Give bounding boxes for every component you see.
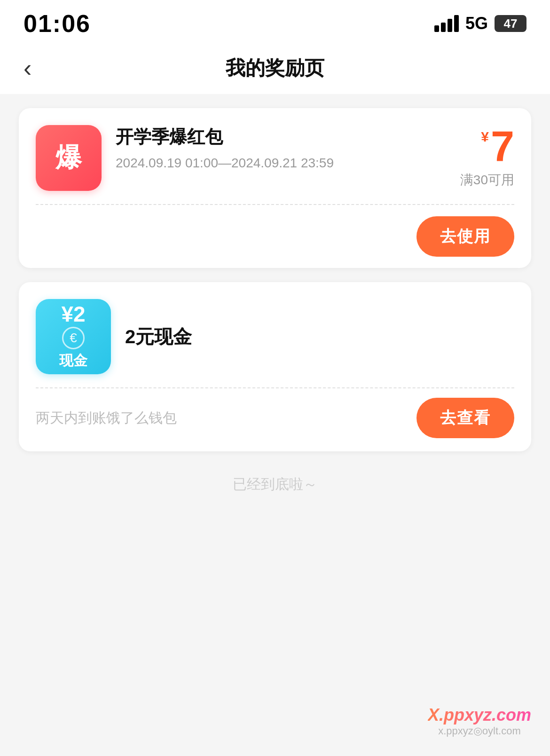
yuan-sign: ¥ — [481, 129, 489, 145]
amount-main: ¥ 7 — [460, 125, 514, 167]
amount-condition: 满30可用 — [460, 171, 514, 189]
watermark-sub: x.ppxyz◎oylt.com — [428, 725, 531, 737]
page-title: 我的奖励页 — [226, 55, 324, 81]
status-right: 5G 47 — [434, 14, 526, 33]
back-button[interactable]: ‹ — [24, 54, 31, 82]
end-of-list-text: 已经到底啦～ — [19, 465, 531, 513]
bao-label: 爆 — [55, 140, 82, 176]
signal-icon — [434, 15, 459, 32]
cash-circle-inner: € — [70, 331, 77, 346]
battery-level: 47 — [504, 16, 518, 31]
redpacket-title: 开学季爆红包 — [116, 125, 446, 149]
page-header: ‹ 我的奖励页 — [0, 42, 550, 94]
cash-card-bottom: 两天内到账饿了么钱包 去查看 — [19, 388, 531, 451]
use-button[interactable]: 去使用 — [416, 216, 514, 257]
redpacket-card: 爆 开学季爆红包 2024.09.19 01:00—2024.09.21 23:… — [19, 108, 531, 268]
redpacket-date: 2024.09.19 01:00—2024.09.21 23:59 — [116, 156, 446, 171]
cash-card-top: ¥2 € 现金 2元现金 — [19, 282, 531, 387]
amount-number: 7 — [491, 125, 514, 167]
cash-title: 2元现金 — [125, 324, 192, 350]
status-time: 01:06 — [24, 9, 91, 38]
watermark: X.ppxyz.com x.ppxyz◎oylt.com — [428, 705, 531, 737]
card-action-area: 去使用 — [19, 205, 531, 268]
content-area: 爆 开学季爆红包 2024.09.19 01:00—2024.09.21 23:… — [0, 94, 550, 527]
view-button[interactable]: 去查看 — [416, 398, 514, 438]
cash-icon: ¥2 € 现金 — [36, 299, 111, 374]
cash-amount-text: ¥2 — [61, 303, 85, 325]
cash-label: 现金 — [59, 351, 87, 370]
network-type: 5G — [465, 14, 488, 33]
redpacket-amount-block: ¥ 7 满30可用 — [460, 125, 514, 189]
cash-description: 两天内到账饿了么钱包 — [36, 409, 177, 428]
card-top-section: 爆 开学季爆红包 2024.09.19 01:00—2024.09.21 23:… — [19, 108, 531, 204]
watermark-main: X.ppxyz.com — [428, 705, 531, 725]
battery-icon: 47 — [495, 15, 526, 32]
card-info: 开学季爆红包 2024.09.19 01:00—2024.09.21 23:59 — [116, 125, 446, 171]
cash-card: ¥2 € 现金 2元现金 两天内到账饿了么钱包 去查看 — [19, 282, 531, 451]
status-bar: 01:06 5G 47 — [0, 0, 550, 42]
redpacket-icon: 爆 — [36, 125, 102, 191]
cash-circle: € — [62, 327, 85, 349]
